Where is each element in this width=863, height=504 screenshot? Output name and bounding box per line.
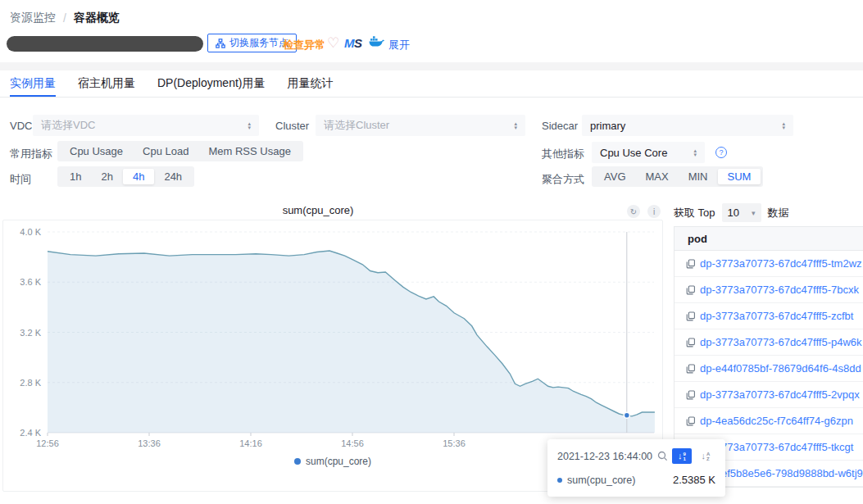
tooltip-value: 2.5385 K (673, 474, 715, 486)
chevron-updown-icon: ▴▾ (782, 121, 785, 129)
pod-column-header: pod (675, 227, 863, 251)
table-row: dp-3773a70773-67dc47fff5-zcfbt (675, 303, 863, 329)
chevron-down-icon: ▾ (752, 209, 756, 217)
fetch-top-prefix: 获取 Top (674, 206, 715, 220)
legend-dot-icon (294, 458, 301, 465)
pod-link[interactable]: dp-3773a70773-67dc47fff5-2vpqx (700, 388, 860, 401)
svg-text:15:36: 15:36 (443, 438, 466, 448)
pod-link[interactable]: dp-3773a70773-67dc47fff5-zcfbt (700, 310, 853, 322)
svg-text:13:36: 13:36 (138, 438, 161, 448)
other-metrics-label: 其他指标 (542, 147, 584, 161)
copy-icon[interactable] (686, 285, 696, 295)
svg-text:4.0 K: 4.0 K (20, 227, 41, 237)
expand-link[interactable]: 展开 (388, 38, 410, 52)
redacted-service-name (7, 36, 203, 52)
info-icon[interactable]: i (647, 205, 661, 218)
aggregation-label: 聚合方式 (542, 172, 584, 187)
metric-cpu-load[interactable]: Cpu Load (133, 143, 198, 159)
tooltip-timestamp: 2021-12-23 16:44:00 (557, 451, 652, 462)
pod-link[interactable]: dp-3773a70773-67dc47fff5-tm2wz (700, 257, 862, 270)
table-row: dp-3773a70773-67dc47fff5-tm2wz (675, 251, 863, 277)
chart-title: sum(cpu_core) (2, 204, 634, 216)
table-row: dp-3773a70773-67dc47fff5-p4w6k (675, 329, 863, 356)
cpu-core-area-chart[interactable]: 4.0 K3.6 K3.2 K2.8 K2.4 K12:5613:3614:16… (3, 220, 662, 452)
time-segmented: 1h2h4h24h (57, 166, 194, 187)
magnifier-icon[interactable] (657, 451, 668, 461)
tab-1[interactable]: 宿主机用量 (78, 71, 135, 97)
svg-text:12:56: 12:56 (36, 438, 59, 448)
agg-avg[interactable]: AVG (594, 169, 636, 184)
time-label: 时间 (10, 172, 31, 187)
fetch-top-suffix: 数据 (768, 206, 789, 220)
svg-text:3.6 K: 3.6 K (20, 277, 41, 287)
top-n-select[interactable]: 10 ▾ (722, 203, 761, 222)
table-row: dp-e44f0785bf-78679d64f6-4s8dd (675, 356, 863, 382)
sort-by-value-icon[interactable]: ↓ 91 (672, 448, 692, 464)
aggregation-segmented: AVGMAXMINSUM (592, 166, 763, 187)
vdc-select[interactable]: 请选择VDC ▴▾ (33, 115, 259, 136)
time-24h[interactable]: 24h (154, 169, 192, 184)
page-divider-band (0, 62, 863, 70)
help-icon[interactable]: ? (715, 147, 727, 158)
copy-icon[interactable] (686, 311, 696, 321)
check-anomaly-link[interactable]: 检查异常 (283, 38, 325, 52)
tab-bar: 实例用量宿主机用量DP(Deployment)用量用量统计 (0, 71, 863, 98)
time-2h[interactable]: 2h (91, 169, 122, 184)
breadcrumb: 资源监控 / 容器概览 (10, 11, 120, 25)
common-metrics-label: 常用指标 (10, 147, 52, 161)
chart-tooltip: 2021-12-23 16:44:00 ↓ 91 ↓ AZ sum(cpu_co… (547, 439, 725, 497)
svg-text:2.8 K: 2.8 K (20, 378, 41, 388)
switch-node-label: 切换服务节点 (229, 36, 288, 50)
pod-link[interactable]: dp-3773a70773-67dc47fff5-p4w6k (700, 336, 862, 348)
common-metrics-segmented: Cpu UsageCpu LoadMem RSS Usage (57, 141, 303, 161)
tooltip-series-dot-icon (557, 478, 562, 483)
tab-3[interactable]: 用量统计 (287, 71, 333, 97)
pod-link[interactable]: dp-4ea56dc25c-f7c64ff74-g6zpn (700, 415, 853, 427)
cluster-select[interactable]: 请选择Cluster ▴▾ (316, 115, 525, 136)
time-1h[interactable]: 1h (60, 169, 91, 184)
copy-icon[interactable] (686, 364, 696, 374)
cluster-label: Cluster (275, 120, 309, 132)
table-row: dp-4ea56dc25c-f7c64ff74-g6zpn (675, 408, 863, 434)
agg-max[interactable]: MAX (636, 169, 679, 184)
svg-text:3.2 K: 3.2 K (20, 328, 41, 338)
agg-sum[interactable]: SUM (718, 169, 761, 184)
copy-icon[interactable] (686, 338, 696, 347)
other-metrics-select[interactable]: Cpu Use Core ▴▾ (592, 142, 705, 163)
svg-text:14:56: 14:56 (341, 438, 364, 448)
tooltip-series-label: sum(cpu_core) (567, 474, 635, 486)
refresh-icon[interactable]: ↻ (627, 205, 640, 218)
legend-label: sum(cpu_core) (306, 456, 371, 467)
breadcrumb-separator: / (63, 11, 66, 25)
metric-cpu-usage[interactable]: Cpu Usage (60, 143, 133, 159)
docker-whale-icon[interactable] (369, 36, 384, 51)
tree-icon (216, 39, 225, 48)
copy-icon[interactable] (686, 416, 696, 426)
pod-link[interactable]: dp-e44f0785bf-78679d64f6-4s8dd (700, 362, 861, 375)
breadcrumb-current: 容器概览 (74, 11, 120, 25)
fetch-top-control: 获取 Top 10 ▾ 数据 (674, 203, 789, 222)
copy-icon[interactable] (686, 390, 696, 400)
svg-text:2.4 K: 2.4 K (20, 428, 41, 438)
breadcrumb-parent[interactable]: 资源监控 (10, 11, 56, 25)
tab-2[interactable]: DP(Deployment)用量 (157, 71, 265, 97)
agg-min[interactable]: MIN (679, 169, 718, 184)
sort-by-name-icon[interactable]: ↓ AZ (696, 448, 715, 464)
chevron-updown-icon: ▴▾ (693, 148, 697, 157)
metric-mem-rss-usage[interactable]: Mem RSS Usage (198, 143, 300, 159)
sidecar-select[interactable]: primary ▴▾ (582, 115, 793, 136)
heart-icon[interactable]: ♡ (327, 34, 339, 52)
svg-text:14:16: 14:16 (239, 438, 262, 448)
vdc-label: VDC (10, 120, 32, 132)
table-row: dp-3773a70773-67dc47fff5-7bcxk (675, 277, 863, 303)
pod-link[interactable]: dp-3773a70773-67dc47fff5-7bcxk (700, 284, 859, 296)
sidecar-label: Sidecar (542, 120, 578, 132)
table-row: dp-3773a70773-67dc47fff5-2vpqx (675, 382, 863, 408)
tab-0[interactable]: 实例用量 (10, 71, 56, 97)
ms-logo[interactable]: MS (344, 36, 362, 50)
chevron-updown-icon: ▴▾ (514, 121, 517, 129)
copy-icon[interactable] (686, 259, 696, 269)
chevron-updown-icon: ▴▾ (248, 121, 251, 129)
time-4h[interactable]: 4h (123, 169, 154, 184)
